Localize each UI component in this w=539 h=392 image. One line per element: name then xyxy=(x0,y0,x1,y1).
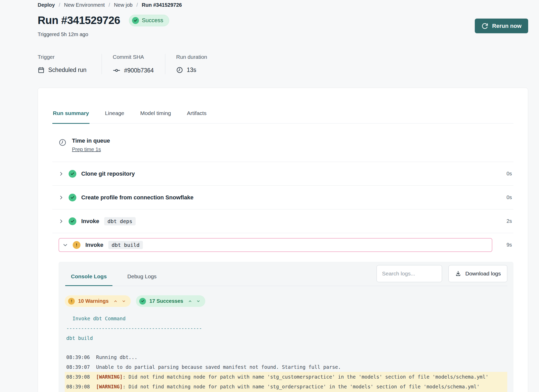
tab-bar: Run summary Lineage Model timing Artifac… xyxy=(52,110,513,124)
warnings-badge-label: 10 Warnings xyxy=(78,298,109,304)
run-summary-card: Run summary Lineage Model timing Artifac… xyxy=(38,88,528,392)
breadcrumb-separator: / xyxy=(109,2,110,8)
log-controls: Download logs xyxy=(377,265,507,282)
check-circle-icon xyxy=(139,298,146,305)
step-invoke-dbt-deps[interactable]: Invoke dbt deps xyxy=(59,217,496,225)
step-title: Invoke xyxy=(85,242,103,248)
run-metadata: Trigger Scheduled run Commit SHA #900b73… xyxy=(38,54,528,74)
status-badge-label: Success xyxy=(142,17,163,24)
meta-commit-label: Commit SHA xyxy=(113,54,154,60)
step-duration: 2s xyxy=(496,218,512,224)
rerun-icon xyxy=(481,23,488,29)
log-tab-bar: Console Logs Debug Logs xyxy=(65,273,162,286)
meta-trigger-value: Scheduled run xyxy=(48,67,86,74)
step-row: Invoke dbt deps 2s xyxy=(52,209,513,233)
step-create-profile[interactable]: Create profile from connection Snowflake xyxy=(59,194,496,201)
rerun-now-button[interactable]: Rerun now xyxy=(475,19,528,33)
warnings-prev-icon[interactable] xyxy=(113,299,118,303)
step-row: Invoke dbt build 9s xyxy=(52,233,513,257)
chevron-right-icon[interactable] xyxy=(59,219,64,224)
successes-prev-icon[interactable] xyxy=(188,299,192,303)
log-line: 08:39:06Running dbt... xyxy=(65,352,507,362)
breadcrumb-current-run: Run #341529726 xyxy=(142,2,182,8)
breadcrumb-new-environment[interactable]: New Environment xyxy=(64,2,105,8)
breadcrumb: Deploy / New Environment / New job / Run… xyxy=(38,2,528,8)
time-in-queue-title: Time in queue xyxy=(72,137,110,144)
log-line: Invoke dbt Command xyxy=(65,314,507,323)
status-badge: Success xyxy=(129,15,169,26)
download-logs-label: Download logs xyxy=(465,271,501,277)
time-in-queue-section: Time in queue Prep time 1s xyxy=(52,137,513,162)
success-icon xyxy=(69,217,76,225)
clock-icon xyxy=(59,138,67,152)
chevron-down-icon[interactable] xyxy=(63,242,68,248)
breadcrumb-separator: / xyxy=(59,2,60,8)
breadcrumb-new-job[interactable]: New job xyxy=(114,2,133,8)
git-commit-icon xyxy=(113,67,120,74)
check-circle-icon xyxy=(132,17,139,24)
step-clone-git-repository[interactable]: Clone git repository xyxy=(59,170,496,178)
download-logs-button[interactable]: Download logs xyxy=(448,265,507,282)
tab-debug-logs[interactable]: Debug Logs xyxy=(122,273,162,286)
step-row: Clone git repository 0s xyxy=(52,162,513,185)
warnings-next-icon[interactable] xyxy=(122,299,126,303)
title-row: Run #341529726 Success xyxy=(38,14,528,27)
successes-badge-label: 17 Successes xyxy=(149,298,183,304)
step-title: Invoke xyxy=(81,218,99,225)
log-separator-line: ----------------------------------------… xyxy=(65,323,507,333)
tab-lineage[interactable]: Lineage xyxy=(104,110,125,124)
prep-time-link[interactable]: Prep time 1s xyxy=(72,146,101,152)
log-line: 08:39:07Unable to do partial parsing bec… xyxy=(65,362,507,372)
meta-trigger: Trigger Scheduled run xyxy=(38,54,102,74)
triggered-timestamp: Triggered 5h 12m ago xyxy=(38,31,528,37)
log-header: Console Logs Debug Logs Download logs xyxy=(65,262,507,286)
step-invoke-dbt-build[interactable]: Invoke dbt build xyxy=(59,238,492,252)
success-icon xyxy=(69,194,76,201)
log-panel: Console Logs Debug Logs Download logs xyxy=(59,262,513,392)
tab-run-summary[interactable]: Run summary xyxy=(52,110,89,124)
step-command-chip: dbt deps xyxy=(104,217,136,225)
step-title: Create profile from connection Snowflake xyxy=(81,194,193,201)
chevron-right-icon[interactable] xyxy=(59,195,64,200)
warnings-badge[interactable]: 10 Warnings xyxy=(65,295,131,307)
meta-duration-value: 13s xyxy=(187,67,196,74)
download-icon xyxy=(455,271,461,277)
success-icon xyxy=(69,170,76,178)
step-duration: 0s xyxy=(496,171,512,177)
successes-next-icon[interactable] xyxy=(196,299,200,303)
log-summary-badges: 10 Warnings 17 Successes xyxy=(65,295,507,307)
meta-trigger-label: Trigger xyxy=(38,54,91,60)
step-row: Create profile from connection Snowflake… xyxy=(52,185,513,209)
step-title: Clone git repository xyxy=(81,170,135,177)
successes-badge[interactable]: 17 Successes xyxy=(136,295,205,307)
console-log-output: Invoke dbt Command ---------------------… xyxy=(65,314,507,392)
chevron-right-icon[interactable] xyxy=(59,171,64,176)
search-logs-input[interactable] xyxy=(377,265,442,282)
meta-commit-value: #900b7364 xyxy=(124,67,154,74)
step-duration: 0s xyxy=(496,194,512,200)
warning-icon xyxy=(68,298,75,305)
log-line: dbt build xyxy=(65,333,507,343)
log-line-warning: 08:39:08[WARNING]: Did not find matching… xyxy=(65,382,507,391)
meta-commit: Commit SHA #900b7364 xyxy=(102,54,165,74)
tab-model-timing[interactable]: Model timing xyxy=(140,110,172,124)
step-command-chip: dbt build xyxy=(108,241,143,249)
log-blank-line xyxy=(65,343,507,352)
page: Deploy / New Environment / New job / Run… xyxy=(0,0,539,392)
breadcrumb-separator: / xyxy=(136,2,138,8)
tab-artifacts[interactable]: Artifacts xyxy=(186,110,207,124)
tab-console-logs[interactable]: Console Logs xyxy=(65,273,112,286)
log-line-warning: 08:39:08[WARNING]: Did not find matching… xyxy=(65,372,507,382)
step-duration: 9s xyxy=(496,242,512,248)
warning-icon xyxy=(73,241,80,249)
calendar-icon xyxy=(38,67,45,74)
breadcrumb-deploy[interactable]: Deploy xyxy=(38,2,55,8)
page-title: Run #341529726 xyxy=(38,14,120,27)
clock-icon xyxy=(176,67,183,74)
meta-duration-label: Run duration xyxy=(176,54,207,60)
rerun-button-label: Rerun now xyxy=(492,23,521,29)
meta-duration: Run duration 13s xyxy=(165,54,218,74)
